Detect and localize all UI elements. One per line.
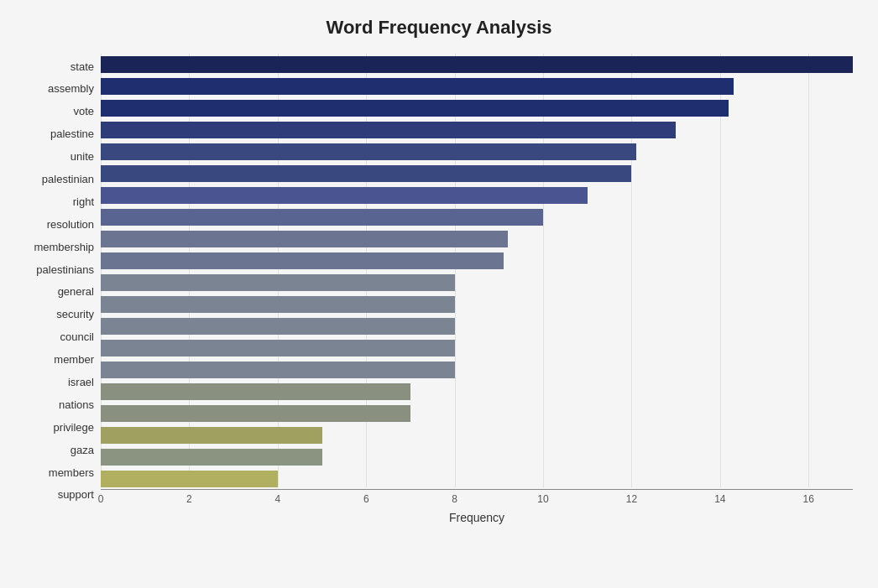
- x-tick-14: 14: [714, 493, 725, 505]
- bar-row-resolution: [101, 206, 853, 228]
- bar-gaza: [101, 427, 322, 444]
- x-tick-10: 10: [537, 493, 548, 505]
- bar-row-state: [101, 54, 853, 75]
- bar-members: [101, 449, 322, 466]
- y-label-palestine: palestine: [50, 123, 94, 145]
- bar-row-vote: [101, 97, 853, 119]
- x-tick-8: 8: [452, 493, 457, 505]
- x-tick-4: 4: [274, 493, 280, 505]
- bar-right: [101, 187, 588, 204]
- bar-israel: [101, 362, 455, 378]
- x-tick-2: 2: [186, 493, 192, 505]
- bar-member: [101, 340, 455, 356]
- x-tick-16: 16: [803, 493, 814, 505]
- bars-area: [101, 54, 853, 487]
- bar-unite: [101, 143, 636, 160]
- y-label-general: general: [58, 281, 94, 303]
- bar-row-palestinian: [101, 163, 853, 185]
- y-label-unite: unite: [71, 146, 94, 168]
- y-axis-labels: stateassemblyvotepalestineunitepalestini…: [25, 54, 101, 524]
- bar-row-members: [101, 446, 853, 468]
- y-label-membership: membership: [34, 236, 94, 258]
- y-label-vote: vote: [73, 101, 94, 122]
- bar-row-general: [101, 272, 853, 294]
- x-tick-6: 6: [363, 493, 369, 505]
- x-tick-0: 0: [98, 493, 104, 505]
- bar-row-assembly: [101, 75, 853, 97]
- y-label-assembly: assembly: [48, 78, 94, 100]
- y-label-right: right: [73, 190, 94, 212]
- bar-row-member: [101, 337, 853, 359]
- bar-vote: [101, 100, 729, 117]
- chart-container: Word Frequency Analysis stateassemblyvot…: [0, 0, 878, 588]
- y-label-members: members: [49, 461, 94, 483]
- bar-row-palestinians: [101, 250, 853, 272]
- y-label-israel: israel: [68, 371, 94, 393]
- bar-row-security: [101, 294, 853, 315]
- bar-row-membership: [101, 228, 853, 250]
- y-label-council: council: [60, 326, 94, 348]
- bar-security: [101, 296, 455, 313]
- bar-row-israel: [101, 359, 853, 381]
- x-tick-12: 12: [626, 493, 637, 505]
- bar-row-nations: [101, 381, 853, 403]
- bar-row-gaza: [101, 424, 853, 446]
- bar-palestinian: [101, 165, 631, 182]
- chart-area: stateassemblyvotepalestineunitepalestini…: [25, 54, 853, 524]
- bar-assembly: [101, 78, 734, 95]
- y-label-resolution: resolution: [47, 213, 94, 235]
- bar-row-privilege: [101, 403, 853, 424]
- y-label-state: state: [71, 55, 94, 77]
- y-label-nations: nations: [59, 393, 94, 415]
- bar-support: [101, 471, 278, 487]
- bar-row-council: [101, 315, 853, 337]
- bar-general: [101, 274, 455, 291]
- bar-council: [101, 318, 455, 335]
- chart-title: Word Frequency Analysis: [25, 17, 853, 39]
- bar-state: [101, 56, 853, 73]
- bar-palestinians: [101, 252, 504, 269]
- bars-and-x: 0246810121416 Frequency: [101, 54, 853, 524]
- y-label-security: security: [56, 304, 94, 325]
- bar-row-unite: [101, 141, 853, 163]
- y-label-palestinians: palestinians: [36, 258, 94, 280]
- x-axis-title: Frequency: [101, 511, 853, 524]
- bar-palestine: [101, 122, 676, 138]
- bar-privilege: [101, 405, 410, 422]
- x-axis: 0246810121416: [101, 489, 853, 507]
- bar-row-right: [101, 185, 853, 206]
- bar-row-support: [101, 468, 853, 490]
- bar-row-palestine: [101, 119, 853, 141]
- bar-resolution: [101, 209, 543, 226]
- y-label-palestinian: palestinian: [42, 168, 94, 190]
- bar-nations: [101, 383, 410, 400]
- y-label-privilege: privilege: [54, 416, 94, 438]
- y-label-support: support: [58, 484, 94, 506]
- bar-membership: [101, 231, 508, 247]
- y-label-member: member: [54, 349, 94, 371]
- y-label-gaza: gaza: [71, 439, 94, 461]
